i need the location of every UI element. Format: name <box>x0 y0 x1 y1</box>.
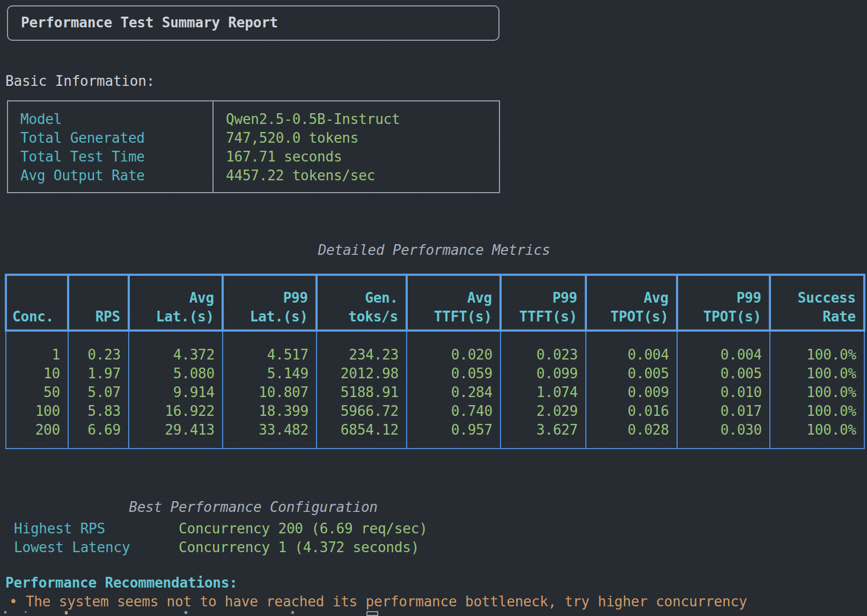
cell: 0.010 <box>677 383 770 402</box>
report-title: Performance Test Summary Report <box>8 6 498 39</box>
cell: 100 <box>6 402 68 421</box>
col-header-success-rate: SuccessRate <box>770 275 864 331</box>
cell: 0.016 <box>586 402 677 421</box>
cell: 0.028 <box>586 421 677 449</box>
cell: 29.413 <box>129 421 223 449</box>
cell: 5.080 <box>129 364 223 383</box>
cell: 1 <box>6 331 68 364</box>
best-config-label: Highest RPS <box>14 519 105 538</box>
cell: 0.004 <box>677 331 770 364</box>
col-header-p99-tpot: P99TPOT(s) <box>677 275 770 331</box>
clipped-text-line <box>0 611 867 616</box>
cell: 4.517 <box>223 331 317 364</box>
basic-info-label: Avg Output Rate <box>8 166 212 185</box>
cell: 0.023 <box>501 331 586 364</box>
cell: 3.627 <box>501 421 586 449</box>
col-header-avg-tpot: AvgTPOT(s) <box>586 275 677 331</box>
cell: 18.399 <box>223 402 317 421</box>
cell: 0.017 <box>677 402 770 421</box>
basic-info-value: 167.71 seconds <box>214 148 499 166</box>
metrics-table: Conc. RPS AvgLat.(s) P99Lat.(s) Gen.toks… <box>5 274 865 449</box>
basic-info-labels-column: Model Total Generated Total Test Time Av… <box>8 101 214 192</box>
best-config-row-highest-rps: Highest RPS Concurrency 200 (6.69 req/se… <box>0 519 515 538</box>
table-row: 10.234.3724.517234.230.0200.0230.0040.00… <box>6 331 864 364</box>
cell: 100.0% <box>770 331 864 364</box>
cell: 100.0% <box>770 364 864 383</box>
cell: 10 <box>6 364 68 383</box>
cell: 6854.12 <box>317 421 407 449</box>
col-header-p99-lat: P99Lat.(s) <box>223 275 317 331</box>
best-config-value: Concurrency 200 (6.69 req/sec) <box>179 519 428 538</box>
cell: 16.922 <box>129 402 223 421</box>
cell: 1.074 <box>501 383 586 402</box>
col-header-conc: Conc. <box>6 275 68 331</box>
basic-info-heading: Basic Information: <box>5 72 155 91</box>
best-config-row-lowest-latency: Lowest Latency Concurrency 1 (4.372 seco… <box>0 538 515 557</box>
cell: 6.69 <box>68 421 129 449</box>
cell: 5.83 <box>68 402 129 421</box>
col-header-avg-lat: AvgLat.(s) <box>129 275 223 331</box>
best-config-value: Concurrency 1 (4.372 seconds) <box>179 538 419 557</box>
basic-info-label: Total Generated <box>8 129 212 148</box>
cell: 5.07 <box>68 383 129 402</box>
cell: 0.099 <box>501 364 586 383</box>
cell: 0.009 <box>586 383 677 402</box>
clipped-char-fragment <box>65 611 68 614</box>
table-row: 1005.8316.92218.3995966.720.7402.0290.01… <box>6 402 864 421</box>
cell: 0.005 <box>677 364 770 383</box>
cell: 2.029 <box>501 402 586 421</box>
cell: 33.482 <box>223 421 317 449</box>
clipped-char-fragment <box>366 611 378 616</box>
terminal-screen: Performance Test Summary Report Basic In… <box>0 0 867 616</box>
cell: 9.914 <box>129 383 223 402</box>
clipped-char-fragment <box>25 611 27 613</box>
cell: 200 <box>6 421 68 449</box>
cell: 5188.91 <box>317 383 407 402</box>
basic-info-label: Model <box>8 110 212 129</box>
cell: 0.030 <box>677 421 770 449</box>
col-header-rps: RPS <box>68 275 129 331</box>
recommendation-item: • The system seems not to have reached i… <box>9 592 747 611</box>
clipped-char-fragment <box>185 611 187 614</box>
basic-info-label: Total Test Time <box>8 148 212 166</box>
report-title-panel: Performance Test Summary Report <box>7 5 499 41</box>
cell: 5.149 <box>223 364 317 383</box>
cell: 2012.98 <box>317 364 407 383</box>
metrics-table-caption: Detailed Performance Metrics <box>5 241 863 260</box>
col-header-gen-toks: Gen.toks/s <box>317 275 407 331</box>
cell: 0.020 <box>407 331 501 364</box>
cell: 10.807 <box>223 383 317 402</box>
cell: 100.0% <box>770 421 864 449</box>
cell: 100.0% <box>770 383 864 402</box>
col-header-p99-ttft: P99TTFT(s) <box>501 275 586 331</box>
cell: 0.005 <box>586 364 677 383</box>
cell: 0.059 <box>407 364 501 383</box>
clipped-char-fragment <box>291 611 294 614</box>
best-config-label: Lowest Latency <box>14 538 130 557</box>
best-config-caption: Best Performance Configuration <box>7 498 499 517</box>
cell: 0.957 <box>407 421 501 449</box>
col-header-avg-ttft: AvgTTFT(s) <box>407 275 501 331</box>
cell: 0.740 <box>407 402 501 421</box>
cell: 0.284 <box>407 383 501 402</box>
cell: 0.004 <box>586 331 677 364</box>
basic-info-value: Qwen2.5-0.5B-Instruct <box>214 110 499 129</box>
cell: 50 <box>6 383 68 402</box>
basic-info-box: Model Total Generated Total Test Time Av… <box>7 100 500 193</box>
table-row: 505.079.91410.8075188.910.2841.0740.0090… <box>6 383 864 402</box>
cell: 4.372 <box>129 331 223 364</box>
clipped-char-fragment <box>4 611 6 613</box>
cell: 5966.72 <box>317 402 407 421</box>
cell: 100.0% <box>770 402 864 421</box>
basic-info-values-column: Qwen2.5-0.5B-Instruct 747,520.0 tokens 1… <box>214 101 499 192</box>
cell: 234.23 <box>317 331 407 364</box>
cell: 1.97 <box>68 364 129 383</box>
table-row: 101.975.0805.1492012.980.0590.0990.0050.… <box>6 364 864 383</box>
metrics-table-header: Conc. RPS AvgLat.(s) P99Lat.(s) Gen.toks… <box>6 275 864 331</box>
metrics-table-body: 10.234.3724.517234.230.0200.0230.0040.00… <box>6 331 864 449</box>
table-row: 2006.6929.41333.4826854.120.9573.6270.02… <box>6 421 864 449</box>
basic-info-value: 747,520.0 tokens <box>214 129 499 148</box>
cell: 0.23 <box>68 331 129 364</box>
basic-info-value: 4457.22 tokens/sec <box>214 166 499 185</box>
header-row: Conc. RPS AvgLat.(s) P99Lat.(s) Gen.toks… <box>6 275 864 331</box>
